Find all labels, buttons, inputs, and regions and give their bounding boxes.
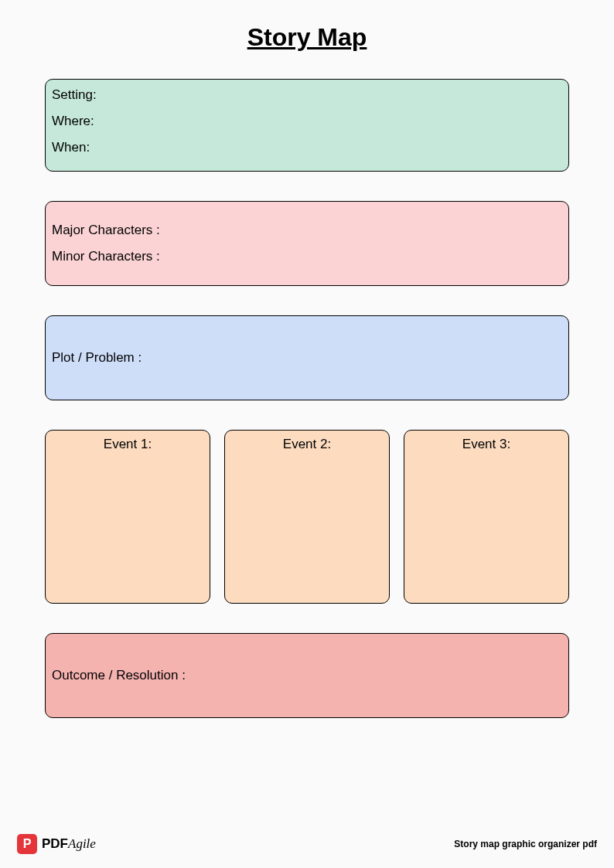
page-title: Story Map <box>0 23 614 52</box>
where-label: Where: <box>52 114 562 129</box>
when-label: When: <box>52 140 562 155</box>
plot-label: Plot / Problem : <box>52 350 142 366</box>
characters-box[interactable]: Major Characters : Minor Characters : <box>45 201 569 286</box>
content-area: Setting: Where: When: Major Characters :… <box>0 79 614 718</box>
event-1-box[interactable]: Event 1: <box>45 430 210 604</box>
minor-characters-label: Minor Characters : <box>52 249 562 264</box>
event-3-box[interactable]: Event 3: <box>404 430 569 604</box>
event-2-box[interactable]: Event 2: <box>224 430 390 604</box>
setting-box[interactable]: Setting: Where: When: <box>45 79 569 172</box>
setting-label: Setting: <box>52 87 562 103</box>
footer-caption: Story map graphic organizer pdf <box>454 839 597 849</box>
pdf-logo-icon: P <box>17 834 37 854</box>
event-1-label: Event 1: <box>52 437 203 452</box>
event-2-label: Event 2: <box>231 437 383 452</box>
logo-text: PDFAgile <box>42 836 96 852</box>
event-3-label: Event 3: <box>411 437 562 452</box>
logo-pdf-text: PDF <box>42 836 68 851</box>
logo-agile-text: Agile <box>68 836 96 851</box>
logo: P PDFAgile <box>17 834 96 854</box>
events-row: Event 1: Event 2: Event 3: <box>45 430 569 604</box>
footer: P PDFAgile Story map graphic organizer p… <box>0 834 614 854</box>
major-characters-label: Major Characters : <box>52 223 562 238</box>
plot-box[interactable]: Plot / Problem : <box>45 315 569 400</box>
outcome-box[interactable]: Outcome / Resolution : <box>45 633 569 718</box>
outcome-label: Outcome / Resolution : <box>52 668 186 683</box>
